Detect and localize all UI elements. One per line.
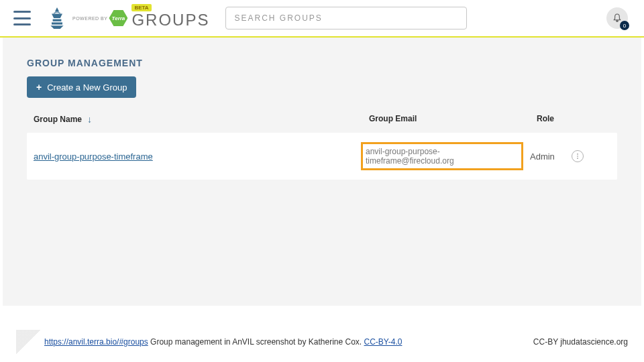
create-group-button[interactable]: + Create a New Group xyxy=(27,76,136,98)
notification-count-badge: 0 xyxy=(620,21,629,30)
powered-by-label: POWERED BY xyxy=(72,16,107,21)
column-name-label: Group Name xyxy=(34,115,82,124)
terra-logo-icon: Terra xyxy=(109,10,127,26)
table-row: anvil-group-purpose-timeframe anvil-grou… xyxy=(27,133,617,180)
anvil-logo-icon xyxy=(46,5,68,32)
search-input[interactable] xyxy=(225,7,467,29)
footer: https://anvil.terra.bio/#groups Group ma… xyxy=(0,330,644,354)
caption-text: Group management in AnVIL screenshot by … xyxy=(148,337,364,347)
group-role: Admin xyxy=(530,152,572,162)
notifications-button[interactable]: 0 xyxy=(606,7,628,29)
column-header-email[interactable]: Group Email xyxy=(369,114,537,125)
main-canvas: GROUP MANAGEMENT + Create a New Group Gr… xyxy=(3,38,641,306)
plus-icon: + xyxy=(36,82,42,93)
source-url-link[interactable]: https://anvil.terra.bio/#groups xyxy=(44,337,148,347)
beta-badge: BETA xyxy=(131,4,151,11)
search-wrap xyxy=(225,7,467,29)
page-title: GROUPS xyxy=(131,11,209,29)
folded-corner-icon xyxy=(16,330,40,354)
top-bar: POWERED BY Terra BETA GROUPS 0 xyxy=(0,0,644,38)
column-header-role[interactable]: Role xyxy=(537,114,577,125)
license-link[interactable]: CC-BY-4.0 xyxy=(364,337,402,347)
footer-right: CC-BY jhudatascience.org xyxy=(533,337,628,347)
column-header-name[interactable]: Group Name ↓ xyxy=(34,114,369,125)
create-group-label: Create a New Group xyxy=(47,82,127,93)
row-actions-button[interactable] xyxy=(572,150,584,162)
hamburger-menu-icon[interactable] xyxy=(13,11,31,25)
svg-point-1 xyxy=(577,156,578,157)
kebab-icon xyxy=(574,153,581,160)
page-heading: GROUP MANAGEMENT xyxy=(27,58,617,68)
sort-down-icon: ↓ xyxy=(87,114,92,125)
page-title-wrap: BETA GROUPS xyxy=(131,7,209,29)
footer-caption: https://anvil.terra.bio/#groups Group ma… xyxy=(44,337,402,347)
svg-point-0 xyxy=(577,154,578,155)
group-email-cell: anvil-group-purpose-timeframe@firecloud.… xyxy=(361,142,530,170)
svg-point-2 xyxy=(577,158,578,159)
table-header: Group Name ↓ Group Email Role xyxy=(27,110,617,133)
group-email-highlight: anvil-group-purpose-timeframe@firecloud.… xyxy=(361,142,523,170)
group-name-link[interactable]: anvil-group-purpose-timeframe xyxy=(34,152,361,162)
